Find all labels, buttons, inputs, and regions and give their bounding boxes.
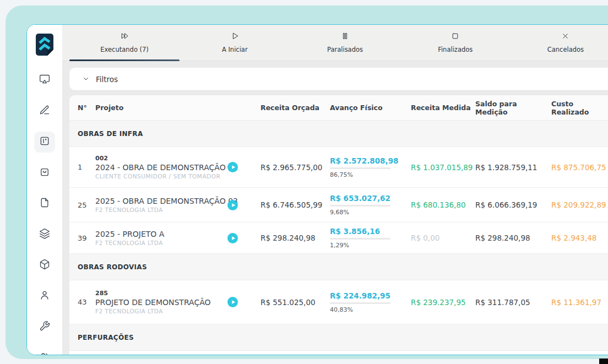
tab-cancelados[interactable]: Cancelados <box>511 25 608 61</box>
row-number: 43 <box>78 298 95 306</box>
project-client: F2 TECNOLOGIA LTDA <box>95 207 227 213</box>
avanco-fisico-cell: R$ 2.572.808,98 86,75% <box>330 156 411 178</box>
group-label: OBRAS DE INFRA <box>78 130 143 138</box>
avanco-fisico-cell: R$ 224.982,95 40,83% <box>330 291 411 313</box>
tab-executando[interactable]: Executando (7) <box>69 25 180 61</box>
project-client: F2 TECNOLOGIA LTDA <box>95 308 227 314</box>
table-row[interactable]: 43 285 PROJETO DE DEMONSTRAÇÃO F2 TECNOL… <box>69 280 608 324</box>
screen-artifact <box>599 358 608 364</box>
chevron-down-icon <box>83 74 89 84</box>
saldo-value: R$ 298.240,98 <box>475 233 551 242</box>
receita-orcada-value: R$ 6.746.505,99 <box>260 200 330 209</box>
custo-value: R$ 2.943,48 <box>551 233 608 242</box>
fast-forward-icon <box>121 32 129 42</box>
tab-finalizados[interactable]: Finalizados <box>400 25 511 61</box>
filters-label: Filtros <box>96 75 118 84</box>
sidebar-item-edit[interactable] <box>34 101 55 122</box>
avanco-value: R$ 2.572.808,98 <box>330 156 411 165</box>
edit-pencil-icon <box>39 105 50 118</box>
group-row-obras-de-infra: OBRAS DE INFRA <box>69 121 608 147</box>
play-status-button[interactable] <box>227 162 238 172</box>
project-title: 2025 - PROJETO A <box>95 230 227 238</box>
progress-bar <box>330 205 390 207</box>
table-row[interactable]: 25 2025 - OBRA DE DEMONSTRAÇÃO 03 F2 TEC… <box>69 188 608 222</box>
row-number: 39 <box>78 234 95 242</box>
custo-value: R$ 875.706,75 <box>551 163 608 172</box>
sidebar-item-documents[interactable] <box>34 193 55 214</box>
project-title: 2024 - OBRA DE DEMONSTRAÇÃO 02 <box>95 163 227 172</box>
row-number: 25 <box>78 201 95 209</box>
progress-bar <box>330 238 390 240</box>
sidebar-item-profile[interactable] <box>34 286 55 307</box>
sidebar-item-board[interactable] <box>34 132 55 153</box>
table-header-row: N° Projeto Receita Orçada Avanço Físico … <box>69 95 608 121</box>
avanco-percent: 40,83% <box>330 306 411 313</box>
project-code: 285 <box>95 290 227 297</box>
col-header-receita-medida: Receita Medida <box>411 104 475 112</box>
sidebar-item-purchases[interactable] <box>34 162 55 183</box>
content-area: Filtros N° Projeto Receita Orçada Avanço… <box>62 61 608 355</box>
sidebar-item-team[interactable] <box>34 347 55 355</box>
wrench-icon <box>39 320 50 334</box>
receita-medida-value: R$ 239.237,95 <box>411 298 475 307</box>
project-client: CLIENTE CONSUMIDOR / SEM TOMADOR <box>95 173 227 180</box>
receita-orcada-value: R$ 2.965.775,00 <box>260 163 330 172</box>
table-row-partial[interactable]: - R$ 90.000,00 <box>69 351 608 355</box>
users-icon <box>39 351 50 355</box>
play-status-button[interactable] <box>227 297 238 307</box>
app-logo[interactable] <box>35 34 55 56</box>
sidebar-item-screen-share[interactable] <box>34 70 55 91</box>
project-title: PROJETO DE DEMONSTRAÇÃO <box>95 298 227 307</box>
app-window: Executando (7) A Iniciar Paralisados Fin… <box>26 24 608 355</box>
col-header-saldo: Saldo para Medição <box>475 100 551 116</box>
pause-icon <box>341 32 349 42</box>
receita-orcada-value: R$ 551.025,00 <box>260 298 330 307</box>
file-icon <box>39 197 50 210</box>
receita-medida-value: R$ 1.037.015,89 <box>411 163 475 172</box>
sidebar-item-tools[interactable] <box>34 317 55 338</box>
tab-label: A Iniciar <box>222 46 248 53</box>
tab-label: Cancelados <box>547 46 584 53</box>
progress-bar <box>330 167 390 169</box>
sidebar-menu <box>34 70 55 355</box>
avanco-value: R$ 653.027,62 <box>330 194 411 203</box>
table-row[interactable]: 1 002 2024 - OBRA DE DEMONSTRAÇÃO 02 CLI… <box>69 147 608 188</box>
tab-a-iniciar[interactable]: A Iniciar <box>180 25 290 61</box>
col-header-custo: Custo Realizado <box>551 100 608 116</box>
group-label: PERFURAÇÕES <box>78 334 134 341</box>
sidebar-item-layers[interactable] <box>34 224 55 245</box>
row-number: 1 <box>78 163 95 171</box>
sidebar-item-materials[interactable] <box>34 255 55 276</box>
stop-icon <box>451 32 459 42</box>
col-header-avanco: Avanço Físico <box>330 104 411 112</box>
avanco-fisico-cell: R$ 3.856,16 1,29% <box>330 227 411 249</box>
project-title: 2025 - OBRA DE DEMONSTRAÇÃO 03 <box>95 197 227 205</box>
progress-bar <box>330 302 390 304</box>
status-tabbar: Executando (7) A Iniciar Paralisados Fin… <box>62 25 608 61</box>
receita-orcada-value: R$ 298.240,98 <box>260 233 330 242</box>
col-header-projeto: Projeto <box>95 104 227 112</box>
board-kanban-icon <box>39 135 50 149</box>
saldo-value: R$ 1.928.759,11 <box>475 163 551 172</box>
col-header-num: N° <box>78 104 95 112</box>
receita-medida-value: R$ 0,00 <box>411 233 475 242</box>
avanco-percent: 1,29% <box>330 242 411 249</box>
table-row[interactable]: 39 2025 - PROJETO A F2 TECNOLOGIA LTDA R… <box>69 222 608 254</box>
avanco-value: R$ 3.856,16 <box>330 227 411 236</box>
main-area: Executando (7) A Iniciar Paralisados Fin… <box>62 25 608 355</box>
play-outline-icon <box>231 32 239 42</box>
play-status-button[interactable] <box>227 233 238 243</box>
filters-panel-toggle[interactable]: Filtros <box>69 68 608 90</box>
group-row-perfuracoes: PERFURAÇÕES <box>69 324 608 351</box>
play-status-button[interactable] <box>227 200 238 210</box>
user-icon <box>39 290 50 303</box>
project-code: 002 <box>95 155 227 162</box>
group-label: OBRAS RODOVIAS <box>78 263 147 271</box>
receita-medida-value: R$ 680.136,80 <box>411 200 475 209</box>
avanco-value: R$ 224.982,95 <box>330 291 411 300</box>
sidebar <box>27 25 62 355</box>
avanco-percent: 86,75% <box>330 171 411 178</box>
tab-paralisados[interactable]: Paralisados <box>290 25 400 61</box>
projects-table: N° Projeto Receita Orçada Avanço Físico … <box>69 95 608 355</box>
screen-share-icon <box>39 74 50 87</box>
